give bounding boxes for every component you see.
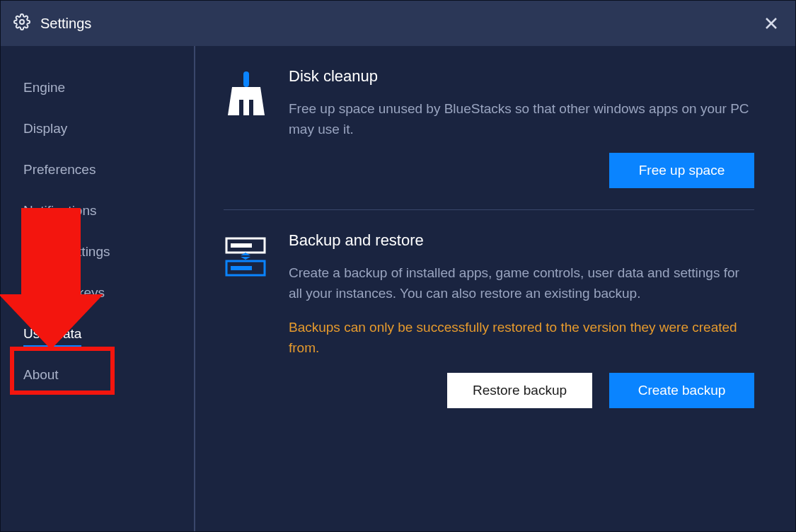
svg-rect-11 xyxy=(231,266,252,270)
svg-rect-3 xyxy=(243,71,249,87)
free-up-space-button[interactable]: Free up space xyxy=(609,153,754,188)
backup-icon xyxy=(224,231,267,408)
disk-cleanup-desc: Free up space unused by BlueStacks so th… xyxy=(289,98,754,140)
sidebar-item-label: Notifications xyxy=(23,203,97,218)
disk-cleanup-title: Disk cleanup xyxy=(289,67,754,86)
sidebar-item-user-data[interactable]: User data xyxy=(1,313,194,354)
sidebar-item-notifications[interactable]: Notifications xyxy=(1,190,194,231)
backup-restore-title: Backup and restore xyxy=(289,231,754,250)
sidebar-item-display[interactable]: Display xyxy=(1,108,194,149)
restore-backup-button[interactable]: Restore backup xyxy=(447,373,592,408)
create-backup-button[interactable]: Create backup xyxy=(609,373,754,408)
sidebar-item-label: Shortcut keys xyxy=(23,285,105,300)
disk-cleanup-body: Disk cleanup Free up space unused by Blu… xyxy=(267,67,754,188)
close-button[interactable] xyxy=(763,15,780,32)
gear-icon xyxy=(13,13,30,33)
sidebar-item-label: User data xyxy=(23,326,81,348)
svg-rect-5 xyxy=(249,100,253,115)
sidebar: Engine Display Preferences Notifications… xyxy=(1,46,195,531)
window-title: Settings xyxy=(40,16,91,32)
svg-point-0 xyxy=(20,20,24,24)
backup-restore-body: Backup and restore Create a backup of in… xyxy=(267,231,754,408)
sidebar-item-label: Preferences xyxy=(23,162,96,177)
sidebar-item-label: Engine xyxy=(23,80,65,95)
body: Engine Display Preferences Notifications… xyxy=(1,46,795,531)
titlebar: Settings xyxy=(1,1,795,46)
broom-icon xyxy=(224,67,267,188)
backup-restore-section: Backup and restore Create a backup of in… xyxy=(224,209,754,429)
sidebar-item-label: About xyxy=(23,367,59,382)
svg-rect-7 xyxy=(231,243,252,248)
sidebar-item-game-settings[interactable]: Game settings xyxy=(1,231,194,272)
sidebar-item-label: Display xyxy=(23,121,67,136)
sidebar-item-shortcut-keys[interactable]: Shortcut keys xyxy=(1,272,194,313)
backup-restore-warning: Backups can only be successfully restore… xyxy=(289,317,754,359)
disk-cleanup-section: Disk cleanup Free up space unused by Blu… xyxy=(224,67,754,209)
content-area: Disk cleanup Free up space unused by Blu… xyxy=(195,46,795,531)
svg-rect-4 xyxy=(239,100,243,115)
settings-window: Settings Engine Display Preferences Noti… xyxy=(0,0,796,532)
sidebar-item-preferences[interactable]: Preferences xyxy=(1,149,194,190)
sidebar-item-label: Game settings xyxy=(23,244,110,259)
sidebar-item-about[interactable]: About xyxy=(1,354,194,395)
sidebar-item-engine[interactable]: Engine xyxy=(1,67,194,108)
svg-marker-9 xyxy=(241,257,250,260)
backup-restore-desc: Create a backup of installed apps, game … xyxy=(289,262,754,304)
